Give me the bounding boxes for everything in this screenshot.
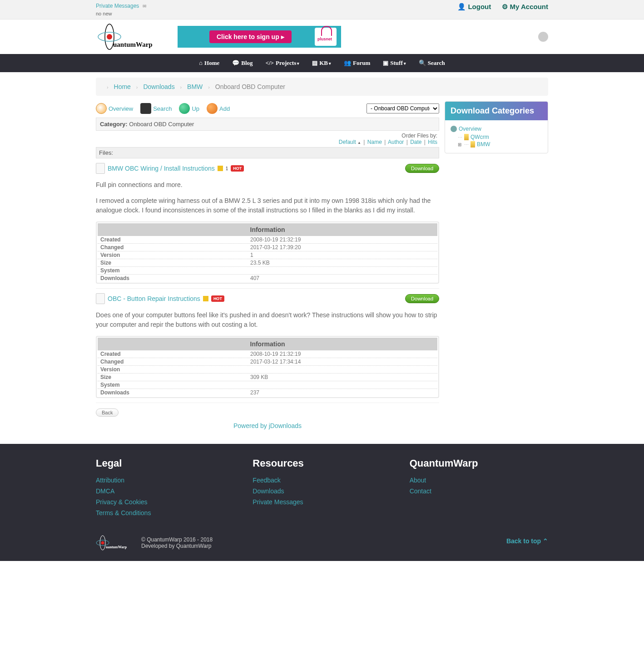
footer-link[interactable]: Private Messages	[253, 498, 391, 506]
breadcrumb-bmw[interactable]: BMW	[187, 83, 203, 90]
footer-link[interactable]: Privacy & Cookies	[96, 498, 234, 506]
nav-home[interactable]: ⌂Home	[199, 59, 219, 67]
private-messages-link[interactable]: Private Messages	[96, 3, 139, 9]
footer-link[interactable]: DMCA	[96, 487, 234, 495]
breadcrumb-downloads[interactable]: Downloads	[143, 83, 174, 90]
sort-asc-icon: ▲	[357, 141, 361, 145]
footer-link[interactable]: Downloads	[253, 487, 391, 495]
toolbar-up[interactable]: Up	[179, 103, 199, 114]
nav-blog[interactable]: 💬Blog	[232, 59, 253, 67]
github-icon[interactable]	[538, 32, 548, 42]
chevron-down-icon: ▾	[404, 61, 406, 66]
file-item: BMW OBC Wiring / Install Instructions 1 …	[96, 158, 439, 289]
download-button[interactable]: Download	[405, 164, 439, 173]
gear-icon: ⚙	[502, 3, 508, 10]
hot-badge: HOT	[211, 295, 224, 302]
breadcrumb-home[interactable]: Home	[114, 83, 131, 90]
file-item: OBC - Button Repair Instructions HOT Dow…	[96, 289, 439, 403]
file-info-table: Information Created2008-10-19 21:32:19 C…	[96, 221, 439, 284]
sort-name[interactable]: Name	[367, 139, 382, 145]
svg-point-2	[107, 34, 112, 39]
arrow-add-icon	[207, 103, 218, 114]
file-title-link[interactable]: OBC - Button Repair Instructions	[108, 295, 200, 302]
breadcrumb-current: Onboard OBD Computer	[215, 83, 285, 90]
files-header: Files:	[96, 147, 439, 158]
nav-search[interactable]: 🔍Search	[419, 59, 445, 67]
copyright: © QuantumWarp 2016 - 2018	[141, 536, 213, 543]
file-title-link[interactable]: BMW OBC Wiring / Install Instructions	[108, 165, 215, 172]
user-icon: 👤	[457, 3, 466, 10]
footer-logo: uantumWarp	[96, 534, 132, 552]
file-icon	[96, 163, 105, 174]
banner-cta[interactable]: Click here to sign up ▸	[209, 30, 292, 43]
site-logo[interactable]: uantumWarp	[96, 23, 159, 50]
folder-icon	[471, 141, 475, 148]
search-icon: 🔍	[419, 59, 426, 66]
footer-link[interactable]: Terms & Conditions	[96, 509, 234, 516]
footer-legal-header: Legal	[96, 457, 234, 469]
sort-date[interactable]: Date	[410, 139, 421, 145]
nav-stuff[interactable]: ▣Stuff▾	[383, 59, 406, 67]
download-categories-box: Download Categories Overview ⋯ QWcrm	[445, 101, 548, 153]
order-by-row: Order Files by: Default ▲ | Name | Autho…	[96, 133, 439, 145]
ad-banner[interactable]: Click here to sign up ▸ plusnet	[178, 26, 341, 48]
sidebox-title: Download Categories	[445, 102, 548, 120]
footer-link[interactable]: Attribution	[96, 477, 234, 484]
file-info-table: Information Created2008-10-19 21:32:19 C…	[96, 336, 439, 398]
footer-qw-header: QuantumWarp	[410, 457, 548, 469]
chevron-up-icon: ⌃	[543, 537, 548, 545]
tree-expand-icon[interactable]: ⊞	[458, 142, 461, 147]
edit-icon[interactable]	[218, 166, 223, 171]
envelope-icon: ✉	[143, 4, 146, 9]
file-description: Full pin connections and more.	[96, 180, 439, 190]
comment-icon: 💬	[232, 59, 239, 66]
edit-icon[interactable]	[203, 296, 208, 301]
tree-overview[interactable]: Overview	[459, 126, 481, 132]
logout-link[interactable]: 👤 Logout	[457, 3, 491, 10]
folder-icon: ▣	[383, 59, 388, 66]
powered-by-link[interactable]: Powered by jDownloads	[233, 422, 302, 429]
home-icon: ⌂	[199, 59, 203, 66]
nav-forum[interactable]: 👥Forum	[344, 59, 370, 67]
tree-qwcrm[interactable]: QWcrm	[471, 134, 489, 140]
toolbar-search[interactable]: Search	[140, 103, 172, 114]
file-description: I removed a complete wiring harness out …	[96, 196, 439, 215]
hot-badge: HOT	[231, 165, 244, 172]
users-icon: 👥	[344, 59, 351, 66]
no-new-label: no new	[96, 11, 146, 16]
toolbar-overview[interactable]: Overview	[96, 103, 133, 114]
overview-icon	[96, 103, 107, 114]
breadcrumb: › Home › Downloads › BMW › Onboard OBD C…	[96, 78, 548, 96]
my-account-link[interactable]: ⚙ My Account	[502, 3, 548, 10]
footer-link[interactable]: Feedback	[253, 477, 391, 484]
nav-kb[interactable]: ▤KB▾	[312, 59, 331, 67]
toolbar-add[interactable]: Add	[207, 103, 230, 114]
arrow-up-icon	[179, 103, 190, 114]
footer-link[interactable]: About	[410, 477, 548, 484]
nav-projects[interactable]: </>Projects▾	[266, 59, 300, 67]
sort-hits[interactable]: Hits	[428, 139, 437, 145]
code-icon: </>	[266, 59, 274, 66]
developed-by: Developed by QuantumWarp	[141, 543, 213, 549]
footer-link[interactable]: Contact	[410, 487, 548, 495]
category-bar: Category: Onboard OBD Computer	[96, 118, 439, 131]
tree-bmw[interactable]: BMW	[477, 141, 490, 148]
globe-icon	[451, 126, 457, 132]
back-to-top[interactable]: Back to top ⌃	[506, 537, 548, 545]
file-icon	[96, 293, 105, 304]
footer-resources-header: Resources	[253, 457, 391, 469]
download-button[interactable]: Download	[405, 294, 439, 303]
back-button[interactable]: Back	[96, 408, 119, 417]
folder-icon	[464, 134, 469, 140]
svg-text:uantumWarp: uantumWarp	[113, 41, 153, 48]
sort-author[interactable]: Author	[388, 139, 404, 145]
edit-count: 1	[226, 166, 228, 171]
file-description: Does one of your computer buttons feel l…	[96, 310, 439, 330]
svg-point-6	[101, 541, 104, 545]
category-select[interactable]: - Onboard OBD Computer	[367, 103, 439, 113]
banner-brand: plusnet	[315, 28, 337, 46]
book-icon: ▤	[312, 59, 317, 66]
chevron-down-icon: ▾	[329, 61, 331, 66]
binoculars-icon	[140, 103, 151, 114]
sort-default[interactable]: Default	[339, 139, 356, 145]
